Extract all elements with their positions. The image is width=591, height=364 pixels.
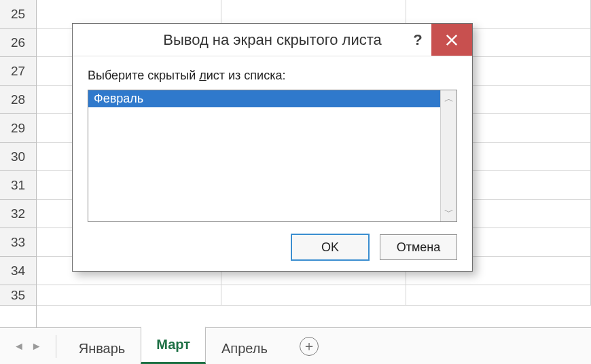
listbox-items[interactable]: Февраль bbox=[88, 90, 440, 221]
dialog-label: Выберите скрытый лист из списка: bbox=[88, 69, 457, 83]
unhide-sheet-dialog: Вывод на экран скрытого листа ? Выберите… bbox=[72, 23, 473, 272]
cancel-button[interactable]: Отмена bbox=[380, 234, 457, 260]
sheet-tab-bar: ◄ ► Январь Март Апрель ＋ bbox=[0, 327, 591, 364]
close-icon bbox=[446, 34, 458, 46]
plus-icon: ＋ bbox=[302, 337, 316, 355]
scroll-down-icon[interactable]: ﹀ bbox=[444, 206, 454, 219]
row-header[interactable]: 28 bbox=[0, 86, 36, 114]
row-header[interactable]: 35 bbox=[0, 285, 36, 306]
sheet-tab[interactable]: Январь bbox=[63, 334, 141, 364]
separator bbox=[56, 335, 56, 358]
tab-nav-next-icon[interactable]: ► bbox=[31, 340, 42, 352]
label-mnemonic: л bbox=[199, 69, 207, 82]
row-header[interactable]: 33 bbox=[0, 228, 36, 257]
row-header[interactable]: 31 bbox=[0, 171, 36, 200]
listbox-item-selected[interactable]: Февраль bbox=[88, 90, 440, 107]
row-header[interactable]: 27 bbox=[0, 57, 36, 86]
label-text: Выберите скрытый bbox=[88, 69, 199, 82]
close-button[interactable] bbox=[431, 24, 472, 56]
dialog-titlebar[interactable]: Вывод на экран скрытого листа ? bbox=[73, 24, 472, 56]
dialog-body: Выберите скрытый лист из списка: Февраль… bbox=[73, 56, 472, 271]
row-header[interactable]: 26 bbox=[0, 29, 36, 57]
help-button[interactable]: ? bbox=[404, 24, 431, 56]
row-header[interactable]: 29 bbox=[0, 114, 36, 143]
new-sheet-button[interactable]: ＋ bbox=[300, 337, 319, 356]
tab-nav-prev-icon[interactable]: ◄ bbox=[14, 340, 24, 352]
sheet-tab[interactable]: Апрель bbox=[206, 334, 283, 364]
titlebar-controls: ? bbox=[404, 24, 472, 56]
row-header[interactable]: 34 bbox=[0, 257, 36, 285]
scroll-up-icon[interactable]: ︿ bbox=[444, 93, 454, 105]
listbox[interactable]: Февраль ︿ ﹀ bbox=[88, 90, 457, 222]
label-text: ист из списка: bbox=[207, 69, 286, 82]
dialog-buttons: OK Отмена bbox=[88, 234, 457, 260]
row-header[interactable]: 25 bbox=[0, 0, 36, 29]
sheet-tab-active[interactable]: Март bbox=[141, 327, 206, 364]
row-header[interactable]: 30 bbox=[0, 143, 36, 171]
tabs: Январь Март Апрель bbox=[63, 328, 283, 364]
row-header[interactable]: 32 bbox=[0, 200, 36, 228]
ok-button[interactable]: OK bbox=[291, 234, 369, 260]
help-icon: ? bbox=[413, 31, 422, 49]
scrollbar[interactable]: ︿ ﹀ bbox=[440, 90, 456, 221]
dialog-title: Вывод на экран скрытого листа bbox=[163, 31, 382, 49]
tab-nav: ◄ ► bbox=[4, 340, 52, 352]
row-headers: 25 26 27 28 29 30 31 32 33 34 35 bbox=[0, 0, 37, 327]
